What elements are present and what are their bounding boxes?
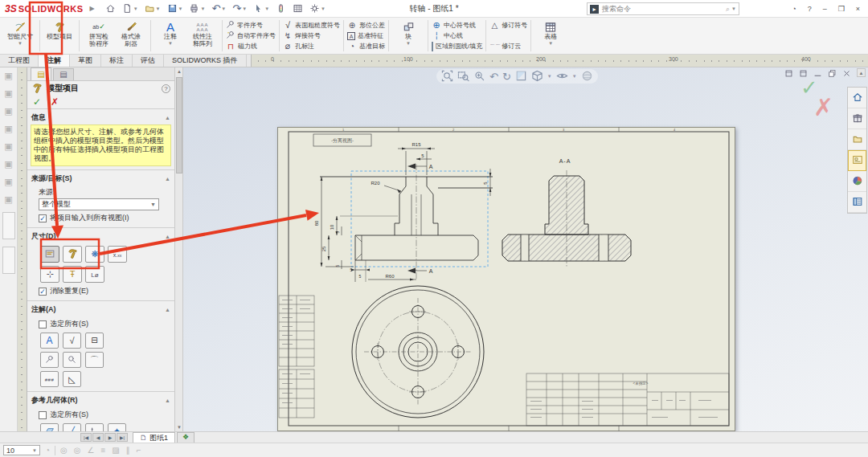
import-all-views-checkbox[interactable]: ✓ [39,214,47,222]
模型项目-button[interactable]: 模型项目 [43,18,76,53]
origin-button[interactable]: ✦ [108,423,126,431]
hole-wizard-profiles-button[interactable]: Ŧ [63,266,82,283]
collapse-caret-icon[interactable]: ▲ [165,115,170,120]
tolerance-dimensions-button[interactable]: x.xx [108,246,127,263]
refgeo-select-all-checkbox[interactable] [39,411,47,419]
section-dimensions-header[interactable]: 尺寸(D)▲ [31,230,171,243]
hole-wizard-locations-button[interactable]: ⊹ [40,266,59,283]
status-value-select[interactable]: 10 ▼ [3,445,40,455]
doc-restore-button[interactable] [828,69,837,80]
形位公差-button[interactable]: ⊕形位公差 [347,20,385,31]
块-button[interactable]: 块▼ [392,18,424,53]
appearance-button[interactable] [581,70,593,84]
collapse-caret-icon[interactable]: ▲ [165,234,170,239]
孔标注-button[interactable]: ⌀孔标注 [283,41,340,51]
task-view-palette-button[interactable] [848,150,866,171]
axis-button[interactable]: ╱ [63,423,81,431]
ok-button[interactable]: ✓ [33,96,41,108]
scroll-up-icon[interactable]: ▲ [175,67,183,75]
select-button[interactable]: ▼ [251,2,272,15]
区域剖面线/填充-button[interactable]: 区域剖面线/填充 [432,41,482,51]
centermark-tool-icon[interactable]: ▣ [4,194,12,205]
task-resources-button[interactable] [848,108,866,129]
scrollbar-thumb[interactable] [176,77,182,173]
datum-tool-icon[interactable]: ▣ [4,106,12,116]
surface-finish-ann-button[interactable]: √ [63,333,81,349]
weld-tool-icon[interactable]: ▣ [4,159,12,169]
coordinate-system-button[interactable] [85,423,104,431]
zoom-fit-button[interactable] [441,70,453,84]
toolbar-expander-icon[interactable]: ▶ [89,5,94,12]
runout-button[interactable]: ⌒ [85,352,104,368]
instance-count-button[interactable]: ❋ [85,246,104,263]
tab-SOLIDWORKS 插件[interactable]: SOLIDWORKS 插件 [164,55,247,67]
caterpillar-button[interactable]: ◺ [63,371,81,387]
section-view-button[interactable] [515,70,527,84]
help-icon[interactable]: ? [808,5,812,13]
surface-tool-icon[interactable]: ▣ [4,141,12,152]
section-annotations-header[interactable]: 注解(A)▲ [31,303,171,316]
基准特征-button[interactable]: A基准特征 [347,31,385,41]
import-all-views-checkbox-row[interactable]: ✓ 将项目输入到所有视图(I) [31,210,171,224]
refgeo-select-all-row[interactable]: 选定所有(S) [31,407,171,421]
display-style-button[interactable] [531,70,543,84]
tab-工程图[interactable]: 工程图 [0,55,39,67]
add-sheet-tab[interactable]: ❖ [177,432,194,443]
智能尺寸-button[interactable]: 智能尺寸▼ [4,18,36,53]
注释-button[interactable]: A注释▼ [154,18,186,53]
datum-tag-button[interactable]: ⊟ [85,333,104,349]
note-ann-button[interactable]: A [40,333,59,349]
task-properties-button[interactable] [848,192,866,213]
表格-button[interactable]: 表格▼ [534,18,567,53]
eliminate-duplicates-row[interactable]: ✓ 消除重复(E) [31,284,171,297]
inspection-dimension-button[interactable] [63,352,81,368]
annotations-select-all-row[interactable]: 选定所有(S) [31,316,171,330]
source-select[interactable]: 整个模型 ▼ [39,198,159,210]
close-button[interactable]: × [856,5,860,13]
search-icon[interactable]: ⌕ [726,5,730,14]
collapse-caret-icon[interactable]: ▲ [165,176,170,182]
prev-sheet-button[interactable]: ◀ [92,433,104,442]
open-doc-button[interactable]: ▼ [142,2,163,15]
section-refgeo-header[interactable]: 参考几何体(R)▲ [31,394,171,407]
section-info-header[interactable]: 信息▲ [31,111,171,124]
file-properties-button[interactable] [290,2,305,15]
hatch-fill-button[interactable]: ### [40,371,59,387]
task-appearances-button[interactable] [848,171,866,192]
tab-草图[interactable]: 草图 [70,55,101,67]
tab-标注[interactable]: 标注 [101,55,133,67]
磁力线-button[interactable]: ⊓磁力线 [226,41,276,51]
last-sheet-button[interactable]: ▶| [117,433,128,442]
tab-评估[interactable]: 评估 [133,55,164,67]
options-button[interactable]: ▼ [307,2,328,15]
tab-property-manager[interactable]: ▤ [31,67,51,80]
section-source-header[interactable]: 来源/目标(S)▲ [31,172,171,186]
previous-view-button[interactable]: ↶ [489,71,498,82]
doc-close-button[interactable] [842,69,851,80]
note-tool-icon[interactable]: ▣ [4,71,12,81]
user-account-icon[interactable]: ◔ [792,5,796,13]
zoom-area-button[interactable] [457,70,469,84]
修订云-button[interactable]: ⌒⌒修订云 [489,41,527,51]
scroll-down-icon[interactable]: ▼ [175,423,183,431]
rotate-view-button[interactable]: ↻ [502,71,511,82]
collapse-caret-icon[interactable]: ▲ [165,307,170,312]
search-dropdown-icon[interactable]: ▼ [731,6,736,11]
zoom-in-out-button[interactable] [473,70,485,84]
panel-scrollbar[interactable]: ▲ ▼ [175,67,183,431]
home-button[interactable] [103,2,118,15]
minimize-button[interactable]: – [823,5,827,13]
annotations-select-all-checkbox[interactable] [39,320,47,328]
task-home-button[interactable] [848,88,866,108]
restore-button[interactable]: ❒ [838,5,845,13]
new-doc-button[interactable]: ▼ [120,2,141,15]
eliminate-duplicates-checkbox[interactable]: ✓ [39,288,47,296]
next-sheet-button[interactable]: ▶ [104,433,116,442]
格式涂刷器-button[interactable]: 格式涂刷器 [115,18,147,53]
修订符号-button[interactable]: △修订符号 [489,20,527,31]
first-sheet-button[interactable]: |◀ [80,433,92,442]
graphics-scroll-up-icon[interactable]: ▲ [857,68,866,77]
balloon-tool-icon[interactable]: ▣ [4,88,12,99]
search-command-box[interactable]: ▸ 搜索命令 ⌕ ▼ [587,2,739,15]
hole-callout-dim-button[interactable]: Lø [85,266,104,283]
